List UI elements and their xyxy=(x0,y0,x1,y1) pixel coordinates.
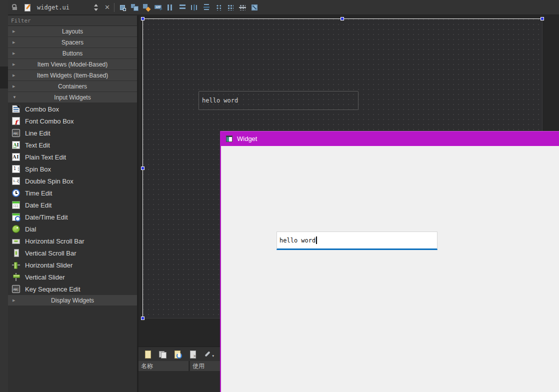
category-label: Containers xyxy=(58,83,87,90)
double-spin-box-icon xyxy=(12,177,20,185)
widget-item-vertical-scroll-bar[interactable]: Vertical Scroll Bar xyxy=(8,247,137,259)
widget-item-text-edit[interactable]: Text Edit xyxy=(8,139,137,151)
widget-item-combo-box[interactable]: Combo Box xyxy=(8,103,137,115)
widget-category-input-widgets[interactable]: Input Widgets xyxy=(8,92,137,102)
widget-item-label: Vertical Slider xyxy=(25,274,64,281)
category-label: Input Widgets xyxy=(54,94,90,101)
form-line-edit[interactable]: hello word xyxy=(198,91,358,110)
category-label: Item Views (Model-Based) xyxy=(38,61,108,68)
widget-item-spin-box[interactable]: Spin Box xyxy=(8,163,137,175)
selection-handle-bottom-left[interactable] xyxy=(141,316,144,320)
resource-browser-panel: 名称使用 xyxy=(137,346,220,392)
selection-handle-top-left[interactable] xyxy=(141,17,144,20)
widget-item-label: Date/Time Edit xyxy=(25,214,68,221)
horizontal-scroll-bar-icon xyxy=(12,237,20,245)
left-dock-strip xyxy=(0,0,8,392)
remove-resource-icon[interactable] xyxy=(188,350,197,358)
widget-category-item-widgets-item-based[interactable]: Item Widgets (Item-Based) xyxy=(8,70,137,80)
filter-wrench-icon[interactable] xyxy=(204,350,212,358)
widget-category-spacers[interactable]: Spacers xyxy=(8,37,137,48)
edit-signals-slots-icon[interactable] xyxy=(130,4,138,12)
widget-category-layouts[interactable]: Layouts xyxy=(8,26,137,36)
selection-handle-middle-left[interactable] xyxy=(141,166,144,170)
preview-window: Widget hello word xyxy=(220,131,559,392)
widget-item-dial[interactable]: Dial xyxy=(8,223,137,235)
widget-item-label: Spin Box xyxy=(25,166,51,173)
resource-table-header: 名称使用 xyxy=(138,361,220,371)
chevron-right-icon xyxy=(12,81,15,92)
toolbar-separator xyxy=(114,3,114,12)
spin-box-icon xyxy=(12,165,20,173)
category-label: Item Widgets (Item-Based) xyxy=(37,72,108,79)
chevron-right-icon xyxy=(12,26,15,36)
widget-item-double-spin-box[interactable]: Double Spin Box xyxy=(8,175,137,187)
category-label: Display Widgets xyxy=(51,297,94,304)
new-resource-icon[interactable] xyxy=(144,350,152,358)
tab-title[interactable]: widget.ui xyxy=(37,4,70,11)
break-layout-icon[interactable] xyxy=(238,4,246,12)
widget-item-label: Font Combo Box xyxy=(25,118,74,125)
window-icon xyxy=(226,136,232,142)
layout-horizontal-splitter-icon[interactable] xyxy=(190,4,198,12)
lock-icon[interactable] xyxy=(12,4,18,10)
edit-buddies-icon[interactable] xyxy=(142,4,150,12)
widget-item-font-combo-box[interactable]: Font Combo Box xyxy=(8,115,137,127)
close-tab-icon[interactable]: ✕ xyxy=(104,0,110,15)
column-header-名称[interactable]: 名称 xyxy=(138,361,188,371)
widget-item-label: Dial xyxy=(25,226,36,233)
widget-item-label: Combo Box xyxy=(25,106,59,113)
widget-category-display-widgets[interactable]: Display Widgets xyxy=(8,295,137,306)
selection-handle-top-center[interactable] xyxy=(340,17,344,20)
preview-line-edit[interactable]: hello word xyxy=(276,232,438,250)
resource-table-body[interactable] xyxy=(138,371,220,392)
category-label: Layouts xyxy=(62,28,83,35)
widget-item-key-sequence-edit[interactable]: Key Sequence Edit xyxy=(8,283,137,295)
adjust-size-icon[interactable] xyxy=(250,4,258,12)
layout-horizontal-icon[interactable] xyxy=(166,4,174,12)
edit-file-icon[interactable] xyxy=(24,4,32,12)
category-label: Buttons xyxy=(62,50,83,57)
widget-item-label: Text Edit xyxy=(25,142,50,149)
tab-scroll-buttons-icon[interactable] xyxy=(92,4,100,12)
resource-toolbar xyxy=(138,347,220,361)
chevron-right-icon xyxy=(12,37,15,48)
layout-vertical-icon[interactable] xyxy=(178,4,186,12)
preview-line-edit-text: hello word xyxy=(280,237,316,244)
copy-resource-icon[interactable] xyxy=(158,350,167,358)
category-label: Spacers xyxy=(62,39,84,46)
edit-resources-icon[interactable] xyxy=(174,350,182,358)
date-edit-icon xyxy=(12,201,20,209)
widget-item-vertical-slider[interactable]: Vertical Slider xyxy=(8,271,137,283)
dock-strip-indicator xyxy=(0,66,8,88)
chevron-right-icon xyxy=(12,295,15,306)
widget-item-date-time-edit[interactable]: Date/Time Edit xyxy=(8,211,137,223)
widget-item-label: Key Sequence Edit xyxy=(25,286,80,293)
widget-item-plain-text-edit[interactable]: Plain Text Edit xyxy=(8,151,137,163)
edit-tab-order-icon[interactable] xyxy=(154,4,162,12)
chevron-right-icon xyxy=(12,70,15,80)
edit-widgets-icon[interactable] xyxy=(118,4,126,12)
font-combo-box-icon xyxy=(12,117,20,125)
column-header-使用[interactable]: 使用 xyxy=(190,361,220,371)
layout-form-icon[interactable] xyxy=(214,4,222,12)
widget-item-date-edit[interactable]: Date Edit xyxy=(8,199,137,211)
time-edit-icon xyxy=(12,189,20,197)
widget-category-buttons[interactable]: Buttons xyxy=(8,48,137,58)
preview-titlebar[interactable]: Widget xyxy=(221,131,559,146)
widget-box-panel: LayoutsSpacersButtonsItem Views (Model-B… xyxy=(8,16,137,392)
widget-filter-input[interactable] xyxy=(8,16,137,26)
widget-item-horizontal-slider[interactable]: Horizontal Slider xyxy=(8,259,137,271)
widget-item-time-edit[interactable]: Time Edit xyxy=(8,187,137,199)
text-edit-icon xyxy=(12,141,20,149)
selection-handle-top-right[interactable] xyxy=(540,17,544,20)
designer-tools xyxy=(118,4,258,12)
combo-box-icon xyxy=(12,105,20,113)
widget-category-item-views-model-based[interactable]: Item Views (Model-Based) xyxy=(8,59,137,70)
layout-vertical-splitter-icon[interactable] xyxy=(202,4,210,12)
widget-list: LayoutsSpacersButtonsItem Views (Model-B… xyxy=(8,26,137,306)
widget-item-horizontal-scroll-bar[interactable]: Horizontal Scroll Bar xyxy=(8,235,137,247)
layout-grid-icon[interactable] xyxy=(226,4,234,12)
widget-item-label: Line Edit xyxy=(25,130,50,137)
widget-item-line-edit[interactable]: Line Edit xyxy=(8,127,137,139)
widget-category-containers[interactable]: Containers xyxy=(8,81,137,92)
